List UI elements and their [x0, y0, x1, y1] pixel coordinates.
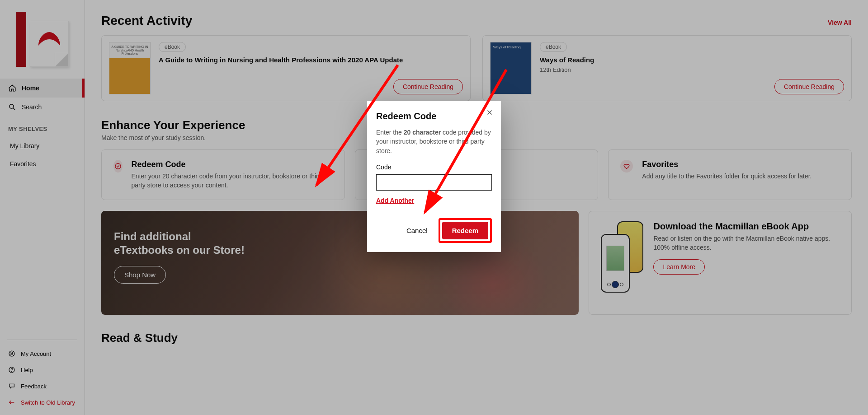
nav-shelves-heading: MY SHELVES	[0, 117, 85, 137]
promo-heading: Find additional eTextbooks on our Store!	[114, 230, 251, 257]
help-icon	[8, 366, 15, 373]
svg-point-2	[11, 352, 13, 354]
code-label: Code	[376, 163, 492, 171]
feedback-icon	[8, 382, 15, 390]
nav-help-label: Help	[21, 367, 33, 373]
svg-point-5	[115, 163, 121, 169]
learn-more-button[interactable]: Learn More	[653, 259, 705, 275]
app-download-card: Download the Macmillan eBook App Read or…	[589, 211, 852, 315]
app: Home Search MY SHELVES My Library Favori…	[0, 0, 868, 415]
book-cover-icon: A GUIDE TO WRITING IN Nursing AND Health…	[109, 42, 151, 94]
account-icon	[8, 350, 15, 357]
close-icon[interactable]	[485, 107, 495, 117]
brand-bar-icon	[16, 12, 26, 67]
ebook-badge: eBook	[159, 42, 186, 52]
continue-reading-button[interactable]: Continue Reading	[393, 79, 463, 94]
book-cover-title: A GUIDE TO WRITING IN Nursing AND Health…	[109, 42, 150, 58]
cancel-button[interactable]: Cancel	[404, 226, 430, 235]
arrow-left-icon	[8, 399, 15, 406]
feature-desc: Enter your 20 character code from your i…	[132, 172, 333, 190]
nav-feedback-label: Feedback	[21, 383, 47, 390]
feature-title: Redeem Code	[132, 160, 333, 169]
nav-switch-old-label: Switch to Old Library	[21, 399, 75, 406]
redeem-code-card[interactable]: Redeem Code Enter your 20 character code…	[101, 149, 345, 200]
nav-favorites[interactable]: Favorites	[0, 155, 85, 173]
nav-home-label: Home	[22, 84, 39, 92]
nav-switch-old-library[interactable]: Switch to Old Library	[0, 394, 85, 410]
store-promo-banner: Find additional eTextbooks on our Store!…	[101, 211, 579, 315]
redeem-button-highlight: Redeem	[439, 218, 492, 243]
nav-my-account[interactable]: My Account	[0, 345, 85, 362]
redeem-button[interactable]: Redeem	[442, 222, 488, 239]
brand-page-icon	[30, 21, 69, 67]
feature-desc: Add any title to the Favorites folder fo…	[642, 172, 811, 181]
phone-illustration-icon	[601, 221, 643, 298]
redeem-code-modal: Redeem Code Enter the 20 character code …	[367, 101, 501, 252]
recent-book-card[interactable]: A GUIDE TO WRITING IN Nursing AND Health…	[101, 35, 471, 101]
nav-my-library[interactable]: My Library	[0, 137, 85, 155]
code-input[interactable]	[376, 174, 492, 191]
recent-activity-heading: Recent Activity	[101, 14, 192, 28]
shop-now-button[interactable]: Shop Now	[114, 266, 166, 284]
home-icon	[8, 84, 16, 92]
nav-search[interactable]: Search	[0, 98, 85, 117]
app-card-title: Download the Macmillan eBook App	[653, 221, 840, 232]
sidebar: Home Search MY SHELVES My Library Favori…	[0, 0, 85, 415]
svg-point-4	[11, 371, 12, 372]
heart-icon	[620, 160, 633, 173]
recent-book-card[interactable]: Ways of Reading eBook Ways of Reading 12…	[482, 35, 852, 101]
book-title: Ways of Reading	[540, 56, 594, 65]
feature-title: Favorites	[642, 160, 811, 169]
modal-instruction: Enter the 20 character code provided by …	[376, 128, 492, 155]
modal-title: Redeem Code	[376, 111, 492, 121]
book-cover-title: Ways of Reading	[493, 45, 528, 49]
nav-my-account-label: My Account	[21, 350, 51, 357]
check-circle-icon	[113, 160, 123, 173]
nav-search-label: Search	[22, 103, 42, 111]
add-another-link[interactable]: Add Another	[376, 197, 414, 204]
read-study-heading: Read & Study	[101, 331, 852, 345]
app-card-desc: Read or listen on the go with the Macmil…	[653, 234, 840, 252]
brand-logo	[0, 0, 85, 79]
favorites-card[interactable]: Favorites Add any title to the Favorites…	[608, 149, 852, 200]
book-edition: 12th Edition	[540, 66, 594, 73]
book-cover-icon: Ways of Reading	[490, 42, 532, 94]
book-title: A Guide to Writing in Nursing and Health…	[159, 56, 403, 65]
ebook-badge: eBook	[540, 42, 567, 52]
view-all-link[interactable]: View All	[828, 19, 852, 26]
continue-reading-button[interactable]: Continue Reading	[774, 79, 844, 94]
nav-home[interactable]: Home	[0, 79, 85, 98]
search-icon	[8, 103, 16, 111]
nav-feedback[interactable]: Feedback	[0, 378, 85, 394]
svg-point-0	[9, 104, 14, 108]
nav-help[interactable]: Help	[0, 362, 85, 378]
